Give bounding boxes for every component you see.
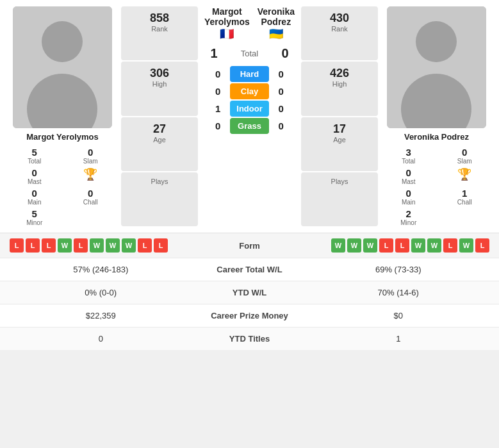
surface-btn-hard[interactable]: Hard	[230, 66, 268, 82]
left-minor-cell: 5 Minor	[9, 208, 60, 226]
left-slam-cell: 0 Slam	[65, 147, 117, 165]
right-minor-val: 2	[383, 208, 434, 219]
right-plays-label: Plays	[307, 178, 372, 185]
right-high-label: High	[307, 80, 372, 88]
right-slam-label: Slam	[439, 158, 491, 165]
form-badge-left: W	[90, 238, 104, 253]
right-player-avatar	[387, 6, 486, 128]
left-player-card: Margot Yerolymos 5 Total 0 Slam 0 Mast 🏆	[6, 6, 119, 226]
left-player-avatar	[13, 6, 112, 128]
right-minor-label: Minor	[383, 219, 434, 226]
main-container: Margot Yerolymos 5 Total 0 Slam 0 Mast 🏆	[0, 0, 499, 350]
total-score-left: 1	[204, 46, 224, 61]
form-badge-left: W	[106, 238, 120, 253]
stat-row-0: 57% (246-183) Career Total W/L 69% (73-3…	[0, 258, 499, 281]
left-mast-val: 0	[9, 167, 60, 178]
surface-row-grass: 0 Grass 0	[208, 118, 290, 134]
stat-row-2: $22,359 Career Prize Money $0	[0, 304, 499, 327]
form-badge-right: W	[347, 238, 361, 253]
surface-score-left: 1	[208, 103, 227, 114]
left-age-label: Age	[127, 136, 192, 144]
surface-row-clay: 0 Clay 0	[208, 83, 290, 99]
surface-rows: 0 Hard 0 0 Clay 0 1 Indoor 0 0 Grass 0	[208, 66, 290, 135]
surface-score-right: 0	[272, 103, 291, 114]
right-total-label: Total	[383, 158, 434, 165]
right-slam-val: 0	[439, 147, 491, 158]
left-total-cell: 5 Total	[9, 147, 60, 165]
form-badges-right: WWWLLWWLWL	[288, 238, 490, 253]
right-name-flag: VeronikaPodrez 🇺🇦	[258, 6, 295, 41]
right-slam-cell: 0 Slam	[439, 147, 491, 165]
surface-btn-indoor[interactable]: Indoor	[230, 101, 268, 117]
right-trophy-icon: 🏆	[439, 167, 491, 181]
left-high-val: 306	[127, 67, 192, 80]
stat-left-1: 0% (0-0)	[10, 288, 192, 297]
left-rank-box: 858 Rank	[121, 6, 198, 60]
right-minor-cell: 2 Minor	[383, 208, 434, 226]
svg-point-1	[42, 21, 83, 62]
surface-row-indoor: 1 Indoor 0	[208, 101, 290, 117]
form-badge-left: L	[154, 238, 168, 253]
total-score-right: 0	[275, 46, 295, 61]
form-badge-right: W	[427, 238, 441, 253]
right-mast-label: Mast	[383, 178, 434, 185]
form-badge-right: L	[379, 238, 393, 253]
form-label: Form	[211, 241, 288, 251]
form-badge-left: W	[58, 238, 72, 253]
left-total-val: 5	[9, 147, 60, 158]
left-total-label: Total	[9, 158, 60, 165]
surface-score-left: 0	[208, 69, 227, 79]
left-trophy-cell: 🏆	[65, 167, 117, 185]
right-total-val: 3	[383, 147, 434, 158]
left-high-box: 306 High	[121, 62, 198, 115]
right-age-label: Age	[307, 136, 372, 144]
right-flag: 🇺🇦	[258, 27, 295, 41]
form-badge-left: L	[138, 238, 152, 253]
left-chall-val: 0	[65, 188, 117, 199]
right-main-val: 0	[383, 188, 434, 199]
left-rank-val: 858	[127, 12, 192, 25]
right-player-card: Veronika Podrez 3 Total 0 Slam 0 Mast 🏆	[380, 6, 493, 226]
right-center-name: VeronikaPodrez	[258, 6, 295, 27]
right-chall-val: 1	[439, 188, 491, 199]
left-age-val: 27	[127, 122, 192, 136]
form-badge-right: W	[411, 238, 425, 253]
stat-left-0: 57% (246-183)	[10, 265, 192, 274]
surface-score-left: 0	[208, 120, 227, 131]
right-total-cell: 3 Total	[383, 147, 434, 165]
left-high-label: High	[127, 80, 192, 88]
right-mast-val: 0	[383, 167, 434, 178]
form-badge-right: L	[395, 238, 409, 253]
surface-score-left: 0	[208, 86, 227, 97]
left-trophy-icon: 🏆	[65, 167, 117, 181]
surface-score-right: 0	[272, 86, 291, 97]
surface-btn-clay[interactable]: Clay	[230, 83, 268, 99]
form-badge-right: L	[475, 238, 489, 253]
left-rank-label: Rank	[127, 25, 192, 33]
form-badges-left: LLLWLWWWLL	[10, 238, 211, 253]
stat-right-3: 1	[307, 334, 490, 344]
right-age-box: 17 Age	[301, 117, 378, 171]
form-badge-right: W	[331, 238, 345, 253]
stat-right-1: 70% (14-6)	[307, 288, 490, 297]
left-main-cell: 0 Main	[9, 188, 60, 206]
left-plays-box: Plays	[121, 172, 198, 226]
right-age-val: 17	[307, 122, 372, 136]
left-center-name: MargotYerolymos	[204, 6, 250, 27]
left-middle-stats: 858 Rank 306 High 27 Age Plays	[121, 6, 198, 226]
left-slam-val: 0	[65, 147, 117, 158]
right-plays-box: Plays	[301, 172, 378, 226]
right-middle-stats: 430 Rank 426 High 17 Age Plays	[301, 6, 378, 226]
right-trophy-cell: 🏆	[439, 167, 491, 185]
stat-left-2: $22,359	[10, 311, 192, 320]
names-flags: MargotYerolymos 🇫🇷 VeronikaPodrez 🇺🇦	[204, 6, 295, 44]
stat-right-0: 69% (73-33)	[307, 265, 490, 274]
form-badge-left: L	[74, 238, 88, 253]
surface-btn-grass[interactable]: Grass	[230, 118, 268, 134]
form-row: LLLWLWWWLL Form WWWLLWWLWL	[0, 233, 499, 258]
left-player-stats: 5 Total 0 Slam 0 Mast 🏆 0 Main	[6, 147, 119, 226]
form-badge-left: W	[122, 238, 136, 253]
left-age-box: 27 Age	[121, 117, 198, 171]
right-high-box: 426 High	[301, 62, 378, 115]
surface-score-right: 0	[272, 69, 291, 79]
